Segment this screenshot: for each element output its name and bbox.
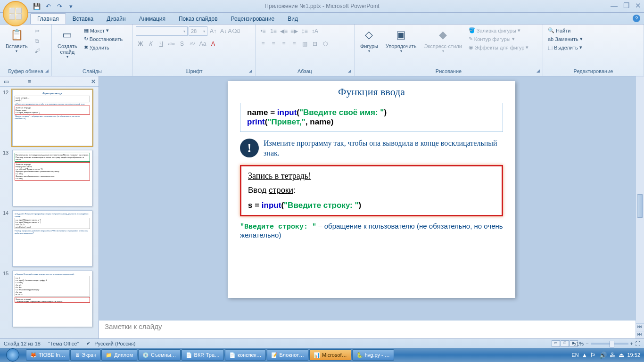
- vertical-scrollbar[interactable]: ⏮ ⏭: [636, 76, 644, 338]
- strike-icon[interactable]: abc: [167, 39, 176, 49]
- zoom-value[interactable]: 51%: [573, 341, 584, 346]
- taskbar-item[interactable]: 📄конспек…: [225, 349, 266, 361]
- slide-canvas[interactable]: Функция ввода name = input("Введите своё…: [228, 81, 515, 298]
- quick-styles-button[interactable]: ◆Экспресс-стили▾: [421, 26, 464, 54]
- fit-window-icon[interactable]: ⛶: [635, 341, 640, 346]
- taskbar-item[interactable]: 📁Диплом: [101, 349, 137, 361]
- tab-design[interactable]: Дизайн: [100, 14, 132, 24]
- thumbnail-13[interactable]: 13 По умолчанию все введённые данные инт…: [3, 150, 96, 206]
- select-button[interactable]: ⬚Выделить ▾: [546, 43, 584, 51]
- align-text-icon[interactable]: ⊟: [310, 39, 320, 49]
- shadow-icon[interactable]: S: [177, 39, 187, 49]
- smartart-icon[interactable]: ⬡: [321, 39, 330, 49]
- tab-home[interactable]: Главная: [30, 13, 66, 24]
- language-indicator[interactable]: Русский (Россия): [94, 341, 135, 346]
- taskbar-item[interactable]: 📊Microsof…: [309, 349, 351, 361]
- dialog-launcher-icon[interactable]: ◢: [249, 68, 252, 73]
- notes-pane[interactable]: Заметки к слайду: [99, 319, 636, 338]
- dialog-launcher-icon[interactable]: ◢: [537, 68, 540, 73]
- change-case-icon[interactable]: Aa: [198, 39, 207, 49]
- taskbar-item[interactable]: 📝Блокнот…: [267, 349, 309, 361]
- tab-slideshow[interactable]: Показ слайдов: [172, 14, 224, 24]
- arrange-button[interactable]: ▣Упорядочить▾: [383, 26, 419, 54]
- tray-flag-icon[interactable]: 🏳: [590, 352, 596, 359]
- slide-editor[interactable]: Функция ввода name = input("Введите своё…: [99, 76, 644, 338]
- taskbar-item[interactable]: 🐍hvg.py - …: [352, 349, 394, 361]
- sorter-view-icon[interactable]: ⊞: [561, 340, 569, 347]
- tray-up-icon[interactable]: ▲: [582, 352, 588, 359]
- close-button[interactable]: ✕: [635, 1, 641, 10]
- redo-icon[interactable]: ↷: [55, 1, 64, 11]
- tray-safely-remove-icon[interactable]: ⏏: [619, 352, 624, 359]
- numbering-icon[interactable]: 1≡: [269, 26, 278, 36]
- tray-lang[interactable]: EN: [571, 352, 578, 358]
- minimize-button[interactable]: —: [611, 1, 618, 10]
- underline-icon[interactable]: Ч: [157, 39, 166, 49]
- help-button[interactable]: ?: [633, 15, 640, 22]
- align-left-icon[interactable]: ≡: [258, 39, 268, 49]
- font-family-combo[interactable]: ▾: [136, 26, 188, 36]
- taskbar-item[interactable]: 📄ВКР. Тра…: [182, 349, 224, 361]
- shape-effects-button[interactable]: ◉Эффекты для фигур ▾: [467, 43, 531, 51]
- layout-button[interactable]: ▦Макет ▾: [82, 26, 124, 34]
- taskbar-item[interactable]: 🦊TIOBE In…: [26, 349, 69, 361]
- tray-volume-icon[interactable]: 🔊: [599, 352, 607, 359]
- text-direction-icon[interactable]: ↕A: [310, 26, 320, 36]
- thumbnail-14[interactable]: 14 ● Задание. Напишите программу, котора…: [3, 210, 96, 267]
- bold-icon[interactable]: Ж: [136, 39, 145, 49]
- reset-button[interactable]: ↻Восстановить: [82, 35, 124, 43]
- spellcheck-icon[interactable]: ✔: [86, 340, 91, 346]
- font-color-icon[interactable]: A: [208, 39, 218, 49]
- taskbar-item[interactable]: 💿Съемны…: [138, 349, 180, 361]
- tray-network-icon[interactable]: 🖧: [610, 352, 616, 359]
- thumbnail-12[interactable]: 12 Функция ввода name = input(...)print(…: [3, 90, 96, 146]
- prev-slide-icon[interactable]: ⏮: [636, 323, 644, 331]
- start-button[interactable]: [0, 348, 25, 362]
- zoom-out-icon[interactable]: −: [586, 341, 588, 346]
- indent-inc-icon[interactable]: ≡▶: [289, 26, 299, 36]
- thumbnail-15[interactable]: 15 ● Задача. В каждой строке определить …: [3, 271, 96, 327]
- tab-animation[interactable]: Анимация: [132, 14, 172, 24]
- shape-outline-button[interactable]: ✎Контур фигуры ▾: [467, 35, 531, 43]
- next-slide-icon[interactable]: ⏭: [636, 331, 644, 338]
- scroll-thumb[interactable]: [637, 194, 643, 218]
- grow-font-icon[interactable]: A↑: [208, 26, 218, 36]
- bullets-icon[interactable]: •≡: [258, 26, 268, 36]
- new-slide-button[interactable]: ▭ Создать слайд ▾: [55, 26, 80, 60]
- align-center-icon[interactable]: ≡: [269, 39, 278, 49]
- replace-button[interactable]: abЗаменить ▾: [546, 35, 585, 43]
- shapes-button[interactable]: ◇Фигуры▾: [357, 26, 381, 54]
- zoom-in-icon[interactable]: +: [630, 341, 633, 346]
- shape-fill-button[interactable]: 🪣Заливка фигуры ▾: [467, 26, 531, 34]
- tab-review[interactable]: Рецензирование: [224, 14, 281, 24]
- indent-dec-icon[interactable]: ◀≡: [279, 26, 289, 36]
- columns-icon[interactable]: ▥: [300, 39, 309, 49]
- tray-clock[interactable]: 19:52: [627, 352, 640, 358]
- tab-insert[interactable]: Вставка: [66, 14, 100, 24]
- office-button[interactable]: ⬜⬜⬜⬜: [3, 1, 28, 26]
- zoom-slider[interactable]: [591, 343, 628, 345]
- undo-icon[interactable]: ↶: [43, 1, 53, 11]
- align-right-icon[interactable]: ≡: [279, 39, 289, 49]
- clear-format-icon[interactable]: A⌫: [229, 26, 239, 36]
- align-justify-icon[interactable]: ≡: [289, 39, 299, 49]
- shrink-font-icon[interactable]: A↓: [219, 26, 228, 36]
- char-spacing-icon[interactable]: AV: [188, 39, 197, 49]
- slides-tab-icon[interactable]: ▭: [4, 78, 9, 85]
- close-panel-icon[interactable]: ✕: [91, 78, 96, 85]
- font-size-combo[interactable]: 28▾: [189, 26, 207, 36]
- find-button[interactable]: 🔍Найти: [546, 26, 572, 34]
- dialog-launcher-icon[interactable]: ◢: [348, 68, 351, 73]
- copy-icon[interactable]: ⧉: [33, 36, 42, 46]
- outline-tab-icon[interactable]: ≡: [28, 78, 31, 85]
- qat-more-icon[interactable]: ▾: [66, 1, 75, 11]
- taskbar-item[interactable]: 🖥Экран: [70, 349, 100, 361]
- delete-button[interactable]: ✖Удалить: [82, 43, 124, 51]
- slide-thumbnails[interactable]: 12 Функция ввода name = input(...)print(…: [0, 87, 99, 338]
- normal-view-icon[interactable]: ▭: [552, 340, 560, 347]
- save-icon[interactable]: 💾: [32, 1, 41, 11]
- line-spacing-icon[interactable]: ‡≡: [300, 26, 309, 36]
- paste-button[interactable]: 📋 Вставить ▾: [3, 26, 31, 54]
- format-painter-icon[interactable]: 🖌: [33, 46, 42, 56]
- italic-icon[interactable]: К: [146, 39, 156, 49]
